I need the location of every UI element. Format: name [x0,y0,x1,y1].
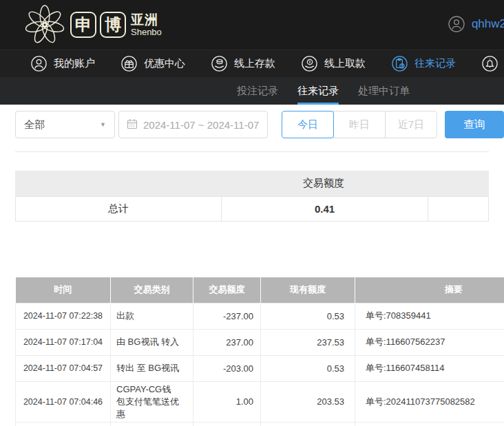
nav-item-my-account[interactable]: 我的账户 [30,55,95,72]
cell-summary: 单号:116607562237 [355,329,504,355]
brand-text: 亚洲 Shenbo [131,13,162,37]
cell-balance: 237.53 [261,329,355,355]
cell-summary: 单号:708359441 [355,303,504,329]
nav-item-promotions[interactable]: 优惠中心 [120,55,185,72]
cell-summary: 单号:202411073775082582 [355,422,504,426]
username[interactable]: qhhw2 [472,17,504,31]
table-row: 2024-11-07 07:04:46 CGPAY-CG钱包支付笔笔送优惠 1.… [16,381,504,422]
col-time: 时间 [16,277,111,303]
brand-logo[interactable]: 申 博 亚洲 Shenbo [25,5,162,45]
cell-time: 2024-11-07 07:04:46 [16,422,111,426]
cell-type: 转出 至 BG视讯 [111,355,193,381]
cell-amount: 237.00 [193,329,261,355]
nav-label: 优惠中心 [144,57,185,70]
date-range-input[interactable]: 2024-11-07 ~ 2024-11-07 [118,111,268,138]
type-select-value: 全部 [24,118,45,131]
nav-label: 线上存款 [234,57,275,70]
cell-type: CGPAY-CG钱包支付笔笔送优惠 [111,381,193,422]
date-range-value: 2024-11-07 ~ 2024-11-07 [143,119,259,131]
table-row: 2024-11-07 07:17:04 由 BG视讯 转入 237.00 237… [16,329,504,355]
nav-label: 线上取款 [324,57,366,70]
summary-header-row: 交易额度 [15,171,489,196]
yesterday-button[interactable]: 昨日 [333,111,386,138]
today-button[interactable]: 今日 [282,111,334,138]
brand-subtitle: Shenbo [131,27,162,37]
flower-logo-icon [25,5,65,45]
cell-summary: 单号:202411073775082582 [355,381,504,422]
cell-balance: 202.53 [261,422,355,426]
cell-type: 出款 [111,303,193,329]
cell-time: 2024-11-07 07:22:38 [16,303,111,329]
type-select[interactable]: 全部 ▼ [15,111,115,138]
tab-transaction-records[interactable]: 往来记录 [297,77,339,105]
nav-item-withdraw[interactable]: 线上取款 [301,55,366,72]
nav-item-transaction-records[interactable]: 往来记录 [391,55,456,72]
col-balance: 现有额度 [261,277,355,303]
account-menu[interactable]: qhhw2 [448,15,504,33]
user-icon [30,55,48,72]
main-nav: 我的账户 优惠中心 线上存款 [0,50,504,77]
cell-amount: -237.00 [193,303,261,329]
tab-label: 投注记录 [237,85,278,98]
summary-header-empty [15,171,220,196]
tab-bet-records[interactable]: 投注记录 [237,77,278,105]
col-type: 交易类别 [111,277,193,303]
sub-tabbar: 投注记录 往来记录 处理中订单 [0,77,504,105]
page: 申 博 亚洲 Shenbo qhhw2 我的账户 [0,0,504,426]
cell-type: CGPAY支付 [111,422,193,426]
tab-label: 处理中订单 [358,85,410,98]
content-area: 全部 ▼ 2024-11-07 ~ 2024-11-07 今日 [0,111,504,426]
table-row: 2024-11-07 07:22:38 出款 -237.00 0.53 单号:7… [16,303,504,329]
cell-amount: -203.00 [193,355,261,381]
tab-pending-orders[interactable]: 处理中订单 [358,77,410,105]
cell-balance: 0.53 [261,355,355,381]
chevron-down-icon: ▼ [100,121,106,128]
cell-amount: 200.00 [193,422,261,426]
calendar-icon [127,118,138,131]
user-avatar-icon [448,15,465,33]
gift-icon [120,55,138,72]
cell-balance: 0.53 [261,303,355,329]
filter-row: 全部 ▼ 2024-11-07 ~ 2024-11-07 今日 [15,111,504,138]
summary-total-label: 总计 [16,197,221,221]
cell-time: 2024-11-07 07:17:04 [16,329,111,355]
table-row: 2024-11-07 07:04:46 CGPAY支付 200.00 202.5… [16,422,504,426]
brand-char-bo: 博 [100,12,126,38]
quick-range-group: 今日 昨日 近7日 [282,111,437,138]
brand-region: 亚洲 [131,13,162,27]
cell-time: 2024-11-07 07:04:46 [16,381,111,422]
records-header-row: 时间 交易类别 交易额度 现有额度 摘要 [16,277,504,303]
nav-label: 往来记录 [414,57,456,70]
nav-item-deposit[interactable]: 线上存款 [211,55,275,72]
records-table: 时间 交易类别 交易额度 现有额度 摘要 2024-11-07 07:22:38… [15,277,504,426]
summary-table: 交易额度 总计 0.41 [15,171,489,222]
brand-char-shen: 申 [70,12,96,38]
records-icon [391,55,408,72]
deposit-icon [211,55,228,72]
nav-item-messages[interactable]: 信息 [481,55,504,72]
summary-header-empty2 [427,171,489,196]
cell-summary: 单号:116607458114 [355,355,504,381]
withdraw-icon [301,55,318,72]
bell-icon [481,55,498,72]
section-divider [15,151,489,152]
table-row: 2024-11-07 07:04:57 转出 至 BG视讯 -203.00 0.… [16,355,504,381]
summary-header-amount: 交易额度 [220,171,427,196]
last7days-button[interactable]: 近7日 [385,111,437,138]
cell-amount: 1.00 [193,381,261,422]
summary-total-value: 0.41 [221,197,428,221]
query-button[interactable]: 查询 [445,111,504,138]
col-summary: 摘要 [355,277,504,303]
nav-label: 我的账户 [54,57,95,70]
top-header: 申 博 亚洲 Shenbo qhhw2 [0,0,504,50]
cell-type: 由 BG视讯 转入 [111,329,193,355]
tab-label: 往来记录 [297,85,339,98]
col-amount: 交易额度 [193,277,261,303]
cell-balance: 203.53 [261,381,355,422]
summary-total-row: 总计 0.41 [15,196,489,222]
cell-time: 2024-11-07 07:04:57 [16,355,111,381]
summary-total-extra [428,197,490,221]
